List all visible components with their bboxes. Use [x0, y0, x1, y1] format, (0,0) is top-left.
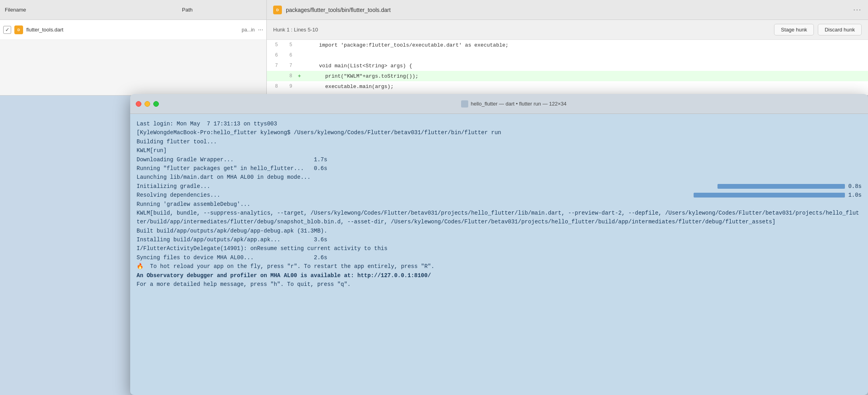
diff-file-icon: D	[273, 6, 282, 14]
code-line: 89 executable.main(args);	[267, 81, 868, 92]
terminal-line: For a more detailed help message, press …	[137, 280, 862, 289]
new-line-num: 9	[281, 84, 295, 89]
progress-bar-resolving	[694, 193, 845, 198]
file-row[interactable]: ✓ D flutter_tools.dart pa...in ···	[0, 20, 266, 40]
progress-bar-initializing	[717, 184, 845, 189]
line-code: executable.main(args);	[303, 84, 868, 90]
file-checkbox[interactable]: ✓	[3, 26, 11, 34]
terminal-line: Installing build/app/outputs/apk/app.apk…	[137, 235, 862, 244]
hunk-header: Hunk 1 : Lines 5-10 Stage hunk Discard h…	[267, 20, 868, 40]
terminal-icon	[461, 100, 468, 108]
file-name-label: flutter_tools.dart	[26, 27, 242, 33]
terminal-line: I/FlutterActivityDelegate(14901): onResu…	[137, 244, 862, 253]
minimize-button[interactable]	[145, 101, 150, 107]
col-path-header: Path	[182, 7, 262, 13]
terminal-line: Resolving dependencies...1.0s	[137, 191, 862, 199]
file-type-icon: D	[14, 25, 23, 34]
file-path-short: pa...in	[242, 27, 255, 33]
close-button[interactable]	[136, 101, 141, 107]
file-menu-icon[interactable]: ···	[258, 26, 263, 33]
old-line-num: 6	[267, 53, 281, 58]
diff-file-path: packages/flutter_tools/bin/flutter_tools…	[286, 7, 853, 13]
terminal-line: Built build/app/outputs/apk/debug/app-de…	[137, 227, 862, 235]
old-line-num: 8	[267, 84, 281, 89]
terminal-line: Initializing gradle...0.8s	[137, 182, 862, 191]
terminal-line: An Observatory debugger and profiler on …	[137, 271, 862, 280]
terminal-line: Building flutter tool...	[137, 137, 862, 146]
code-line: 77 void main(List<String> args) {	[267, 61, 868, 71]
new-line-num: 7	[281, 63, 295, 68]
discard-hunk-button[interactable]: Discard hunk	[818, 24, 862, 35]
terminal-line: Syncing files to device MHA AL00... 2.6s	[137, 253, 862, 262]
new-line-num: 6	[281, 53, 295, 58]
diff-header: D packages/flutter_tools/bin/flutter_too…	[267, 0, 868, 20]
terminal-line: Running "flutter packages get" in hello_…	[137, 164, 862, 173]
line-code: import 'package:flutter_tools/executable…	[303, 42, 868, 48]
terminal-title-text: hello_flutter — dart • flutter run — 122…	[471, 101, 567, 107]
terminal-titlebar: hello_flutter — dart • flutter run — 122…	[130, 94, 868, 114]
old-line-num: 7	[267, 63, 281, 68]
code-content: 55 import 'package:flutter_tools/executa…	[267, 40, 868, 95]
new-line-num: 5	[281, 42, 295, 48]
file-list-header: Filename Path	[0, 0, 266, 20]
code-line: 55 import 'package:flutter_tools/executa…	[267, 40, 868, 50]
terminal-line: 🔥 To hot reload your app on the fly, pre…	[137, 262, 862, 271]
line-indicator: +	[295, 73, 303, 79]
line-code: print("KWLM"+args.toString());	[303, 73, 868, 79]
top-panel: Filename Path ✓ D flutter_tools.dart pa.…	[0, 0, 868, 96]
terminal-line: [KyleWongdeMacBook-Pro:hello_flutter kyl…	[137, 128, 862, 137]
code-line: 66	[267, 50, 868, 61]
terminal-line: Last login: Mon May 7 17:31:13 on ttys00…	[137, 119, 862, 128]
terminal-line: KWLM[build, bundle, --suppress-analytics…	[137, 209, 862, 227]
col-filename-header: Filename	[5, 7, 182, 13]
file-list-section: Filename Path ✓ D flutter_tools.dart pa.…	[0, 0, 267, 95]
terminal-line: Launching lib/main.dart on MHA AL00 in d…	[137, 173, 862, 182]
maximize-button[interactable]	[153, 101, 159, 107]
diff-section: D packages/flutter_tools/bin/flutter_too…	[267, 0, 868, 95]
traffic-lights	[136, 101, 159, 107]
old-line-num: 5	[267, 42, 281, 48]
terminal-title: hello_flutter — dart • flutter run — 122…	[165, 100, 862, 108]
terminal-window: hello_flutter — dart • flutter run — 122…	[130, 94, 868, 395]
terminal-body[interactable]: Last login: Mon May 7 17:31:13 on ttys00…	[130, 114, 868, 395]
terminal-line: Running 'gradlew assembleDebug'...	[137, 200, 862, 209]
hunk-label: Hunk 1 : Lines 5-10	[273, 27, 770, 33]
code-line: 8+ print("KWLM"+args.toString());	[267, 71, 868, 81]
stage-hunk-button[interactable]: Stage hunk	[774, 24, 814, 35]
terminal-line: KWLM[run]	[137, 146, 862, 155]
line-code: void main(List<String> args) {	[303, 63, 868, 69]
terminal-line: Downloading Gradle Wrapper... 1.7s	[137, 155, 862, 164]
new-line-num: 8	[281, 73, 295, 79]
diff-more-button[interactable]: ···	[853, 6, 862, 14]
